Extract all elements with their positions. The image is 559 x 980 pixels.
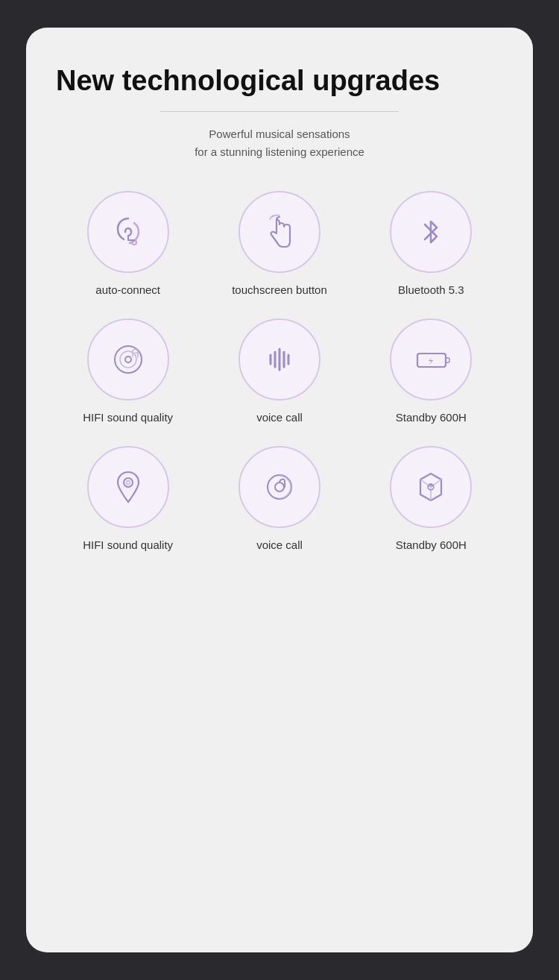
cube-icon-circle (390, 446, 472, 528)
location-icon-circle (87, 446, 169, 528)
feature-hifi: HIFI sound quality (56, 318, 200, 424)
feature-standby: Standby 600H (359, 318, 503, 424)
main-card: New technological upgrades Powerful musi… (26, 28, 533, 952)
bluetooth-icon-circle (390, 191, 472, 273)
bluetooth-label: Bluetooth 5.3 (398, 283, 464, 296)
svg-point-14 (126, 481, 130, 485)
svg-rect-12 (446, 358, 449, 362)
touchscreen-icon (257, 210, 302, 254)
svg-point-16 (275, 483, 284, 491)
hifi-label: HIFI sound quality (83, 411, 173, 424)
music-icon-circle (239, 446, 320, 528)
feature-music: voice call (207, 446, 351, 551)
features-grid: auto-connect touchscreen button (56, 191, 503, 551)
location-icon (106, 465, 151, 509)
touchscreen-label: touchscreen button (232, 283, 327, 296)
cube-label: Standby 600H (396, 538, 467, 551)
battery-icon (408, 337, 453, 382)
svg-point-2 (120, 351, 136, 368)
subtitle: Powerful musical sensations for a stunni… (195, 125, 364, 161)
auto-connect-icon (106, 210, 151, 254)
location-label: HIFI sound quality (83, 538, 173, 551)
auto-connect-label: auto-connect (95, 283, 160, 296)
hifi-icon-circle (87, 318, 169, 401)
divider (160, 111, 399, 113)
touchscreen-icon-circle (239, 191, 320, 273)
feature-location: HIFI sound quality (56, 446, 200, 551)
voice-icon (257, 337, 302, 382)
feature-auto-connect: auto-connect (56, 191, 200, 296)
feature-bluetooth: Bluetooth 5.3 (359, 191, 503, 296)
svg-point-13 (124, 478, 133, 487)
standby-icon-circle (390, 318, 472, 401)
standby-label: Standby 600H (396, 411, 467, 424)
feature-voice: voice call (207, 318, 351, 424)
auto-connect-icon-circle (87, 191, 169, 273)
feature-cube: Standby 600H (359, 446, 503, 551)
svg-point-3 (125, 356, 131, 362)
music-label: voice call (256, 538, 303, 551)
feature-touchscreen: touchscreen button (207, 191, 351, 296)
bluetooth-icon (408, 210, 453, 254)
cube-icon (408, 465, 453, 509)
hifi-icon (106, 337, 151, 382)
page-title: New technological upgrades (56, 65, 503, 98)
voice-icon-circle (239, 318, 320, 401)
svg-point-15 (268, 475, 291, 499)
music-icon (257, 465, 302, 509)
voice-label: voice call (256, 411, 303, 424)
